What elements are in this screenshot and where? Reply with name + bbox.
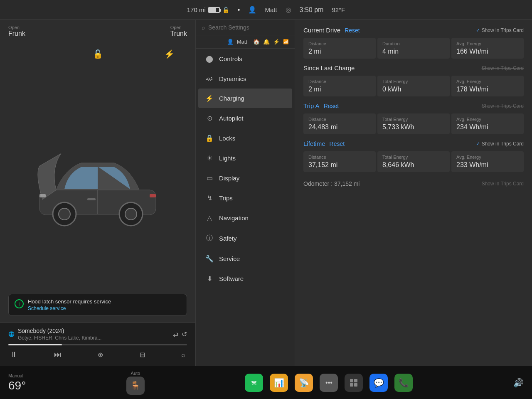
navigation-icon: △ bbox=[205, 214, 214, 222]
trip-a-distance: Distance 24,483 mi bbox=[303, 113, 376, 134]
menu-item-locks[interactable]: 🔒 Locks bbox=[198, 128, 292, 148]
lifetime-header: Lifetime Reset ✓ Show in Trips Card bbox=[303, 140, 524, 147]
car-controls-top: Open Frunk Open Trunk bbox=[0, 20, 195, 41]
car-svg bbox=[23, 136, 172, 227]
menu-item-software[interactable]: ⬇ Software bbox=[198, 269, 292, 288]
status-dot: • bbox=[238, 6, 240, 14]
safety-icon: ⓘ bbox=[205, 234, 214, 243]
svg-rect-11 bbox=[354, 379, 357, 382]
alert-box: i Hood latch sensor requires service Sch… bbox=[8, 294, 187, 316]
status-bar-temp: 92°F bbox=[332, 6, 345, 13]
lights-icon: ☀ bbox=[205, 154, 214, 162]
autopilot-icon: ⊙ bbox=[205, 114, 214, 122]
alert-text: Hood latch sensor requires service Sched… bbox=[28, 298, 111, 311]
odometer-row: Odometer : 37,152 mi Show in Trips Card bbox=[303, 178, 524, 190]
since-last-charge-show-trips[interactable]: Show in Trips Card bbox=[482, 65, 524, 71]
phone-button[interactable]: 📞 bbox=[394, 374, 413, 392]
settings-user-name: Matt bbox=[237, 39, 247, 45]
range-value: 170 mi bbox=[187, 6, 206, 13]
hotspot-button[interactable]: 📡 bbox=[295, 374, 313, 392]
repeat-icon[interactable]: ↺ bbox=[182, 330, 187, 338]
equalizer-button[interactable]: ⊟ bbox=[138, 349, 147, 360]
lifetime-total-energy: Total Energy 8,646 kWh bbox=[377, 151, 450, 172]
trip-a-header: Trip A Reset Show in Trips Card bbox=[303, 102, 524, 109]
taskbar-right: 🔊 bbox=[513, 378, 524, 388]
alert-title: Hood latch sensor requires service bbox=[28, 298, 111, 305]
odometer-show-trips[interactable]: Show in Trips Card bbox=[482, 181, 524, 187]
status-bar-user: Matt bbox=[265, 6, 277, 13]
lifetime-data: Distance 37,152 mi Total Energy 8,646 kW… bbox=[303, 151, 524, 172]
svg-point-9 bbox=[249, 378, 259, 388]
alert-subtitle[interactable]: Schedule service bbox=[28, 305, 111, 311]
bell-icon: 🔔 bbox=[263, 39, 270, 45]
current-drive-reset[interactable]: Reset bbox=[345, 27, 360, 34]
next-button[interactable]: ⏭ bbox=[52, 349, 63, 361]
dynamics-icon: 🏎 bbox=[205, 75, 214, 82]
add-button[interactable]: ⊕ bbox=[96, 349, 105, 360]
lifetime-reset[interactable]: Reset bbox=[330, 140, 345, 147]
user-person-icon: 👤 bbox=[227, 39, 234, 45]
current-drive-distance: Distance 2 mi bbox=[303, 38, 376, 59]
trips-panel: Current Drive Reset ✓ Show in Trips Card… bbox=[295, 20, 532, 366]
search-bar[interactable]: ⌕ bbox=[196, 20, 295, 35]
svg-rect-6 bbox=[87, 198, 96, 200]
frunk-button[interactable]: Open Frunk bbox=[8, 25, 25, 37]
lifetime-show-trips[interactable]: ✓ Show in Trips Card bbox=[476, 141, 524, 147]
shuffle-icon[interactable]: ⇄ bbox=[173, 330, 178, 338]
menu-item-service[interactable]: 🔧 Service bbox=[198, 249, 292, 268]
controls-icon: ⬤ bbox=[205, 55, 214, 63]
menu-item-dynamics[interactable]: 🏎 Dynamics bbox=[198, 69, 292, 88]
lifetime-distance: Distance 37,152 mi bbox=[303, 151, 376, 172]
menu-item-safety[interactable]: ⓘ Safety bbox=[198, 228, 292, 249]
car-lock-icon: 🔓 bbox=[93, 49, 103, 59]
trunk-button[interactable]: Open Trunk bbox=[170, 25, 187, 37]
pause-button[interactable]: ⏸ bbox=[8, 349, 19, 361]
trips-icon: ↯ bbox=[205, 194, 214, 202]
more-apps-button[interactable]: ••• bbox=[320, 374, 338, 392]
trip-a-reset[interactable]: Reset bbox=[324, 103, 339, 109]
left-panel: Open Frunk Open Trunk 🔓 ⚡ bbox=[0, 20, 195, 366]
since-distance: Distance 2 mi bbox=[303, 76, 376, 96]
battery-icon bbox=[208, 7, 220, 13]
current-drive-data: Distance 2 mi Duration 4 min Avg. Energy… bbox=[303, 38, 524, 59]
svg-rect-8 bbox=[150, 194, 156, 197]
menu-item-lights[interactable]: ☀ Lights bbox=[198, 148, 292, 168]
menu-item-display[interactable]: ▭ Display bbox=[198, 168, 292, 188]
equalizer-button[interactable]: 📊 bbox=[270, 374, 288, 392]
menu-item-controls[interactable]: ⬤ Controls bbox=[198, 49, 292, 69]
signal-icon: 📶 bbox=[283, 39, 289, 44]
since-total-energy: Total Energy 0 kWh bbox=[377, 76, 450, 96]
music-progress-bar[interactable] bbox=[8, 344, 187, 345]
charge-bolt-icon: ⚡ bbox=[164, 49, 175, 59]
svg-rect-13 bbox=[354, 383, 357, 387]
since-last-charge-header: Since Last Charge Show in Trips Card bbox=[303, 64, 524, 71]
wifi-icon: ⚡ bbox=[273, 39, 280, 45]
volume-icon[interactable]: 🔊 bbox=[513, 378, 524, 388]
user-info-row: 👤 Matt 🏠 🔔 ⚡ 📶 bbox=[196, 35, 295, 49]
since-avg-energy: Avg. Energy 178 Wh/mi bbox=[451, 76, 524, 96]
display-icon: ▭ bbox=[205, 174, 214, 182]
current-drive-show-trips[interactable]: ✓ Show in Trips Card bbox=[476, 27, 524, 33]
lifetime-avg-energy: Avg. Energy 233 Wh/mi bbox=[451, 151, 524, 172]
charging-icon: ⚡ bbox=[205, 94, 214, 102]
svg-point-4 bbox=[125, 208, 137, 220]
lock-status-icon: 🔓 bbox=[222, 7, 229, 13]
menu-item-charging[interactable]: ⚡ Charging bbox=[198, 89, 292, 108]
current-drive-header: Current Drive Reset ✓ Show in Trips Card bbox=[303, 27, 524, 34]
search-input[interactable] bbox=[208, 24, 289, 31]
svg-rect-10 bbox=[350, 379, 353, 382]
music-subtitle: Gotye, FISHER, Chris Lake, Kimbra... bbox=[18, 335, 101, 341]
trip-a-show-trips[interactable]: Show in Trips Card bbox=[482, 103, 524, 109]
user-icon-top: 👤 bbox=[248, 6, 256, 14]
apps-grid-button[interactable] bbox=[345, 374, 363, 392]
spotify-button[interactable] bbox=[245, 374, 263, 392]
chat-button[interactable]: 💬 bbox=[369, 374, 388, 392]
since-last-charge-data: Distance 2 mi Total Energy 0 kWh Avg. En… bbox=[303, 76, 524, 96]
menu-item-trips[interactable]: ↯ Trips bbox=[198, 188, 292, 208]
clock-icon: ◎ bbox=[286, 6, 291, 14]
menu-item-autopilot[interactable]: ⊙ Autopilot bbox=[198, 108, 292, 128]
temp-value-display[interactable]: 69° bbox=[8, 379, 26, 392]
menu-item-navigation[interactable]: △ Navigation bbox=[198, 208, 292, 228]
search-music-button[interactable]: ⌕ bbox=[180, 350, 187, 360]
seat-heater-button[interactable]: 🪑 bbox=[126, 377, 145, 395]
